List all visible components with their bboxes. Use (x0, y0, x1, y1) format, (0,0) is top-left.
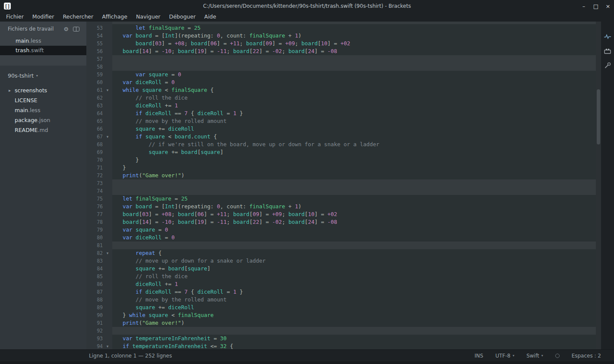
menu-item-rechercher[interactable]: Rechercher (58, 12, 98, 22)
code-line-83[interactable]: 83 // move up or down for a snake or lad… (86, 257, 601, 265)
code-token: board (123, 219, 139, 225)
code-line-72[interactable]: 72print("Game over!") (86, 172, 601, 179)
code-line-63[interactable]: 63 diceRoll += 1 (86, 102, 601, 110)
insert-mode-indicator[interactable]: INS (475, 353, 483, 359)
menu-item-affichage[interactable]: Affichage (98, 12, 132, 22)
code-line-68[interactable]: 68 // if we're still on the board, move … (86, 141, 601, 148)
working-file-trash-swift[interactable]: trash.swift (0, 46, 86, 55)
project-header[interactable]: 90s-tshirt ▾ (0, 69, 86, 82)
menu-item-fichier[interactable]: Fichier (2, 12, 28, 22)
gutter-cell: 62 (86, 94, 112, 102)
code-line-64[interactable]: 64 if diceRoll == 7 { diceRoll = 1 } (86, 110, 601, 117)
code-token: 10 (321, 40, 327, 47)
code-token: 1 (174, 102, 178, 109)
code-token: 24 (308, 219, 314, 225)
working-file-main-less[interactable]: main.less (0, 36, 86, 46)
code-line-73[interactable]: 73 (86, 179, 601, 187)
code-line-77[interactable]: 77board[03] = +08; board[06] = +11; boar… (86, 210, 601, 218)
maximize-button[interactable]: □ (590, 0, 602, 12)
code-line-76[interactable]: 76var board = [Int](repeating: 0, count:… (86, 203, 601, 210)
tree-file-main-less[interactable]: main.less (0, 105, 86, 115)
tree-file-package-json[interactable]: package.json (0, 115, 86, 125)
code-line-85[interactable]: 85 // roll the dice (86, 273, 601, 280)
menu-item-modifier[interactable]: Modifier (28, 12, 59, 22)
code-line-93[interactable]: 93var temperatureInFahrenheit = 30 (86, 335, 601, 342)
code-line-87[interactable]: 87 if diceRoll == 7 { diceRoll = 1 } (86, 288, 601, 296)
code-line-58[interactable]: 58 (86, 63, 601, 71)
menu-item-aide[interactable]: Aide (200, 12, 221, 22)
minimize-button[interactable]: – (578, 0, 590, 12)
code-line-84[interactable]: 84 square += board[square] (86, 265, 601, 273)
fold-arrow-icon[interactable]: ▾ (103, 342, 112, 349)
tree-folder-screenshots[interactable]: ▸screenshots (0, 85, 86, 95)
fold-arrow-icon[interactable]: ▾ (103, 86, 112, 94)
code-line-57[interactable]: 57 (86, 55, 601, 63)
code-token: += (155, 304, 168, 311)
code-line-67[interactable]: 67▾ if square < board.count { (86, 133, 601, 141)
code-line-61[interactable]: 61▾while square < finalSquare { (86, 86, 601, 94)
code-line-91[interactable]: 91print("Game over!") (86, 319, 601, 327)
code-line-89[interactable]: 89 square += diceRoll (86, 304, 601, 311)
gear-icon[interactable]: ⚙ (63, 26, 69, 32)
fold-arrow-icon[interactable]: ▾ (103, 249, 112, 257)
code-token (133, 32, 136, 39)
indentation-setting[interactable]: Espaces : 2 (572, 353, 601, 359)
code-line-80[interactable]: 80var diceRoll = 0 (86, 234, 601, 242)
vertical-scrollbar[interactable] (596, 22, 601, 349)
code-token (123, 141, 149, 147)
code-line-66[interactable]: 66 square += diceRoll (86, 125, 601, 133)
code-token: board (233, 219, 250, 225)
extension-manager-button[interactable] (603, 47, 612, 55)
gutter-cell: 75 (86, 195, 112, 203)
code-line-88[interactable]: 88 // move by the rolled amount (86, 296, 601, 304)
fold-spacer (103, 311, 112, 319)
code-line-62[interactable]: 62 // roll the dice (86, 94, 601, 102)
code-token: ] = (204, 48, 217, 54)
code-line-92[interactable]: 92 (86, 327, 601, 335)
code-line-78[interactable]: 78board[14] = -10; board[19] = -11; boar… (86, 218, 601, 226)
code-line-65[interactable]: 65 // move by the rolled amount (86, 117, 601, 125)
menu-item-naviguer[interactable]: Naviguer (132, 12, 165, 22)
language-selector[interactable]: Swift ▾ (526, 353, 543, 359)
code-line-74[interactable]: 74 (86, 187, 601, 195)
code-line-94[interactable]: 94▾if temperatureInFahrenheit <= 32 { (86, 342, 601, 349)
code-line-82[interactable]: 82▾ repeat { (86, 249, 601, 257)
fold-arrow-icon[interactable]: ▾ (103, 133, 112, 141)
split-view-icon[interactable] (73, 27, 79, 31)
code-token (142, 110, 146, 116)
code-line-content: board[03] = +08; board[06] = +11; board[… (112, 40, 601, 47)
code-line-69[interactable]: 69 square += board[square] (86, 148, 601, 156)
code-line-60[interactable]: 60var diceRoll = 0 (86, 78, 601, 86)
code-line-86[interactable]: 86 diceRoll += 1 (86, 280, 601, 288)
scrollbar-thumb[interactable] (597, 89, 600, 144)
lint-status-indicator[interactable] (555, 354, 560, 358)
menu-item-deboguer[interactable]: Déboguer (165, 12, 200, 22)
tools-button[interactable] (603, 61, 612, 69)
close-button[interactable]: × (602, 0, 614, 12)
code-line-56[interactable]: 56board[14] = -10; board[19] = -11; boar… (86, 47, 601, 55)
code-line-79[interactable]: 79var square = 0 (86, 226, 601, 234)
code-line-53[interactable]: 53 let finalSquare = 25 (86, 24, 601, 32)
code-line-55[interactable]: 55 board[03] = +08; board[06] = +11; boa… (86, 40, 601, 47)
encoding-selector[interactable]: UTF-8 ▾ (495, 353, 514, 359)
code-token (133, 234, 136, 241)
code-line-75[interactable]: 75let finalSquare = 25 (86, 195, 601, 203)
code-line-90[interactable]: 90} while square < finalSquare (86, 311, 601, 319)
code-line-content: let finalSquare = 25 (112, 24, 601, 32)
code-line-content: diceRoll += 1 (112, 102, 601, 110)
code-token: square (149, 312, 168, 318)
code-token: board (174, 133, 191, 140)
tree-file-readme-md[interactable]: README.md (0, 125, 86, 135)
code-line-71[interactable]: 71} (86, 164, 601, 172)
code-line-70[interactable]: 70 } (86, 156, 601, 164)
code-token: . (191, 133, 194, 140)
line-number: 75 (86, 195, 103, 203)
code-line-59[interactable]: 59 var square = 0 (86, 71, 601, 78)
code-line-81[interactable]: 81 (86, 242, 601, 249)
tree-file-license[interactable]: LICENSE (0, 95, 86, 105)
code-line-content: square += diceRoll (112, 304, 601, 311)
code-line-54[interactable]: 54var board = [Int](repeating: 0, count:… (86, 32, 601, 40)
code-token (123, 273, 136, 279)
live-preview-button[interactable] (603, 33, 612, 41)
fold-spacer (103, 203, 112, 210)
